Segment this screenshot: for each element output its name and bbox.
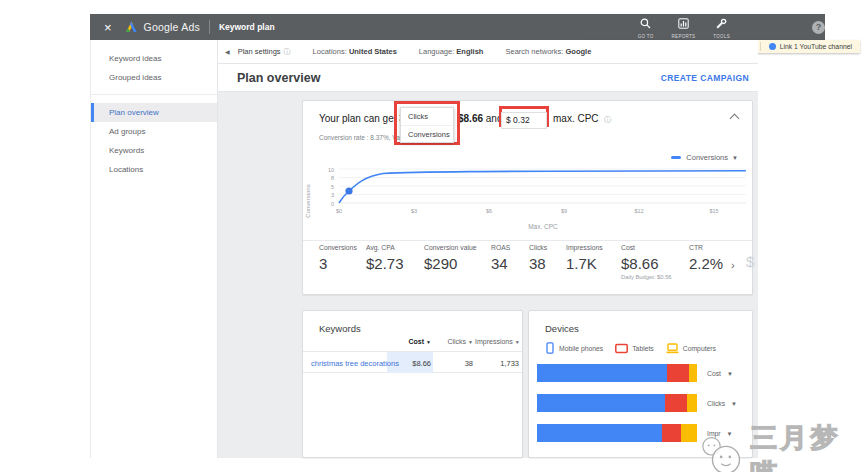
app-bar: × Google Ads Keyword plan GO TO REP: [90, 14, 825, 40]
keywords-card-title: Keywords: [319, 323, 361, 334]
watermark: 三月梦呓: [698, 420, 866, 472]
legend-line-swatch: [671, 156, 681, 159]
legend-mobile-phones[interactable]: Mobile phones: [545, 342, 603, 354]
stacked-bar-clicks: [537, 394, 697, 412]
daily-budget-note: Daily Budget: $0.56: [621, 274, 672, 280]
chevron-down-icon: ▼: [731, 401, 737, 407]
keyword-table-row: christmas tree decorations $8.66 38 1,73…: [303, 352, 522, 373]
notification-youtube-link[interactable]: Link 1 YouTube channel: [769, 43, 852, 50]
segment-tablet: [665, 394, 687, 412]
svg-text:$9: $9: [561, 208, 567, 214]
keywords-card: Keywords Cost▼ Clicks▼ Impressions▼ chri…: [302, 310, 523, 458]
bar-metric-dropdown-clicks[interactable]: Clicks ▼: [707, 400, 737, 407]
tools-button[interactable]: TOOLS: [713, 15, 730, 39]
headline-suffix: max. CPC ⓘ: [553, 113, 611, 125]
watermark-face-icon: [698, 434, 746, 472]
segment-computer: [687, 394, 697, 412]
metric-impressions: Impressions1.7K: [566, 244, 603, 272]
annotation-box-cpc-input: [499, 106, 549, 127]
search-icon: [640, 15, 651, 33]
youtube-link-icon: [769, 43, 776, 50]
segment-tablet: [662, 424, 681, 442]
sidebar-item-keyword-ideas[interactable]: Keyword ideas: [91, 49, 217, 68]
stacked-bar-cost: [537, 364, 697, 382]
reports-icon: [678, 15, 689, 33]
bar-metric-dropdown-cost[interactable]: Cost ▼: [707, 370, 733, 377]
sort-caret-icon: ▼: [468, 339, 473, 345]
filter-locations[interactable]: Locations: United States: [313, 47, 397, 56]
close-icon[interactable]: ×: [104, 20, 112, 35]
filter-networks[interactable]: Search networks: Google: [505, 47, 591, 56]
reports-button[interactable]: REPORTS: [672, 15, 696, 39]
devices-legend: Mobile phones Tablets Computers: [545, 342, 728, 354]
svg-text:$3: $3: [411, 208, 417, 214]
legend-tablets[interactable]: Tablets: [615, 343, 654, 354]
sort-caret-icon: ▼: [426, 339, 431, 345]
dropdown-option-clicks[interactable]: Clicks: [401, 108, 453, 125]
svg-text:5: 5: [331, 184, 334, 190]
clipped-next-metric: $: [746, 253, 754, 270]
sidebar-item-ad-groups[interactable]: Ad groups: [91, 122, 217, 141]
column-header-cost[interactable]: Cost▼: [387, 338, 431, 345]
brand-name: Google Ads: [144, 21, 200, 33]
chevron-down-icon: ▼: [727, 371, 733, 377]
info-icon: ⓘ: [604, 116, 611, 123]
metrics-divider: [303, 240, 752, 241]
svg-text:3: 3: [331, 192, 334, 198]
filter-language[interactable]: Language: English: [419, 47, 484, 56]
dropdown-option-conversions[interactable]: Conversions: [401, 125, 453, 142]
help-button[interactable]: ?: [812, 21, 825, 34]
cell-impressions: 1,733: [475, 359, 519, 368]
sidebar-item-locations[interactable]: Locations: [91, 160, 217, 179]
annotation-box-metric-dropdown: Clicks Conversions: [394, 101, 460, 145]
svg-text:0: 0: [331, 201, 334, 207]
metric-roas: ROAS34: [491, 244, 510, 272]
search-button[interactable]: GO TO: [638, 15, 654, 39]
sidebar-divider: [91, 87, 217, 95]
back-icon[interactable]: ◀: [225, 48, 230, 55]
sidebar-item-plan-overview[interactable]: Plan overview: [91, 103, 217, 122]
sidebar-item-grouped-ideas[interactable]: Grouped ideas: [91, 68, 217, 87]
conversions-curve-line: [339, 171, 746, 203]
metric-cost: Cost$8.66Daily Budget: $0.56: [621, 244, 672, 280]
device-bar-clicks: Clicks ▼: [537, 394, 737, 412]
column-header-clicks[interactable]: Clicks▼: [433, 338, 473, 345]
metric-avg-cpa: Avg. CPA$2.73: [366, 244, 404, 272]
create-campaign-button[interactable]: CREATE CAMPAIGN: [661, 73, 749, 83]
stacked-bar-impressions: [537, 424, 697, 442]
collapse-chevron-icon[interactable]: [730, 114, 740, 124]
svg-text:$15: $15: [709, 208, 718, 214]
legend-computers[interactable]: Computers: [666, 343, 716, 354]
plan-settings-link[interactable]: Plan settings: [238, 47, 281, 56]
keyword-link[interactable]: christmas tree decorations: [311, 359, 399, 368]
chart-legend-dropdown[interactable]: Conversions ▼: [671, 153, 738, 162]
sort-caret-icon: ▼: [515, 339, 520, 345]
computer-icon: [666, 343, 679, 354]
metrics-scroll-right-chevron[interactable]: ›: [731, 259, 735, 271]
mobile-icon: [545, 342, 555, 354]
svg-text:10: 10: [328, 167, 334, 173]
max-cpc-input[interactable]: [502, 113, 546, 128]
y-axis-title: Conversions: [305, 184, 311, 217]
segment-tablet: [667, 364, 689, 382]
appbar-divider: [209, 20, 210, 34]
segment-computer: [689, 364, 697, 382]
info-icon: ⓘ: [284, 47, 291, 57]
keywords-table-header: Cost▼ Clicks▼ Impressions▼: [303, 338, 522, 352]
x-axis-title: Max. CPC: [528, 223, 558, 230]
watermark-text: 三月梦呓: [750, 420, 866, 472]
segment-mobile: [537, 394, 665, 412]
column-header-impressions[interactable]: Impressions▼: [475, 338, 519, 345]
cell-clicks: 38: [433, 359, 473, 368]
notification-divider: [760, 42, 761, 51]
devices-card-title: Devices: [545, 323, 579, 334]
sidebar: Keyword ideas Grouped ideas Plan overvie…: [90, 40, 218, 458]
device-bar-cost: Cost ▼: [537, 364, 733, 382]
metric-ctr: CTR2.2%: [689, 244, 723, 272]
metric-dropdown[interactable]: Clicks Conversions: [400, 107, 454, 143]
svg-text:8: 8: [331, 175, 334, 181]
chevron-down-icon: ▼: [732, 155, 738, 161]
selected-point-marker: [345, 187, 352, 194]
sidebar-item-keywords[interactable]: Keywords: [91, 141, 217, 160]
content-area: Your plan can get 3 $8.66 and a max. CPC…: [218, 92, 758, 458]
